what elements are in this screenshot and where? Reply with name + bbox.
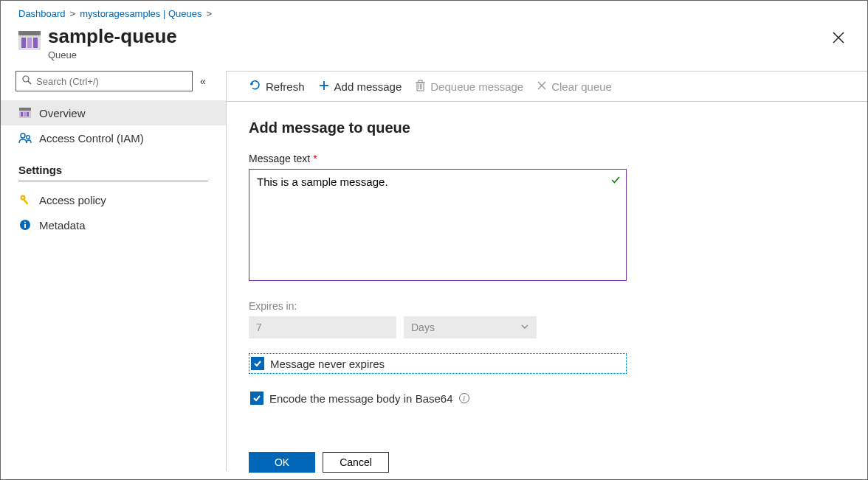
message-text-input[interactable] bbox=[249, 169, 627, 281]
select-value: Days bbox=[411, 321, 435, 333]
breadcrumb: Dashboard > mystoragesamples | Queues > bbox=[1, 1, 867, 24]
refresh-button[interactable]: Refresh bbox=[249, 79, 305, 94]
checkbox-label: Encode the message body in Base64 bbox=[269, 392, 453, 405]
svg-rect-21 bbox=[24, 224, 26, 228]
svg-point-17 bbox=[22, 197, 24, 198]
sidebar-item-label: Access policy bbox=[39, 194, 106, 206]
sidebar: « Overview Access Control (IAM) Settings… bbox=[1, 71, 226, 471]
page-title: sample-queue bbox=[48, 25, 177, 48]
button-label: Refresh bbox=[266, 80, 305, 93]
svg-point-14 bbox=[21, 133, 25, 138]
close-button[interactable] bbox=[832, 31, 845, 47]
overview-icon bbox=[18, 106, 32, 119]
sidebar-item-access-policy[interactable]: Access policy bbox=[1, 187, 226, 212]
encode-base64-checkbox[interactable] bbox=[250, 392, 264, 405]
people-icon bbox=[18, 131, 32, 145]
checkbox-label: Message never expires bbox=[270, 358, 385, 370]
form-title: Add message to queue bbox=[249, 119, 845, 136]
svg-point-15 bbox=[27, 136, 30, 139]
svg-rect-13 bbox=[27, 112, 29, 116]
cancel-button[interactable]: Cancel bbox=[323, 452, 389, 473]
svg-rect-12 bbox=[24, 112, 26, 116]
chevron-down-icon bbox=[520, 321, 529, 333]
encode-base64-row[interactable]: Encode the message body in Base64 i bbox=[249, 389, 627, 408]
search-field[interactable] bbox=[36, 76, 186, 87]
svg-rect-3 bbox=[27, 38, 32, 48]
refresh-icon bbox=[249, 79, 261, 94]
breadcrumb-dashboard[interactable]: Dashboard bbox=[18, 8, 66, 19]
close-icon bbox=[537, 80, 547, 93]
svg-point-7 bbox=[23, 76, 29, 82]
svg-rect-11 bbox=[21, 112, 23, 116]
sidebar-item-label: Overview bbox=[39, 107, 86, 119]
dequeue-button: Dequeue message bbox=[415, 80, 523, 94]
expires-value-input bbox=[249, 316, 396, 338]
collapse-sidebar-button[interactable]: « bbox=[200, 75, 206, 87]
queue-resource-icon bbox=[18, 31, 41, 50]
button-label: Dequeue message bbox=[430, 80, 523, 93]
never-expires-checkbox[interactable] bbox=[251, 357, 264, 370]
info-tooltip-icon[interactable]: i bbox=[459, 393, 469, 403]
key-icon bbox=[18, 193, 32, 206]
main-panel: Refresh Add message Dequeue message Clea… bbox=[226, 71, 867, 471]
trash-icon bbox=[415, 80, 426, 94]
expires-in-label: Expires in: bbox=[249, 300, 845, 312]
chevron-right-icon: > bbox=[70, 8, 76, 19]
sidebar-item-iam[interactable]: Access Control (IAM) bbox=[1, 125, 226, 150]
page-subtitle: Queue bbox=[48, 49, 177, 60]
clear-queue-button: Clear queue bbox=[537, 80, 612, 93]
expires-unit-select: Days bbox=[404, 316, 537, 338]
never-expires-row[interactable]: Message never expires bbox=[249, 353, 627, 374]
button-label: Clear queue bbox=[551, 80, 612, 93]
search-input[interactable] bbox=[16, 71, 193, 91]
svg-rect-0 bbox=[18, 31, 41, 35]
add-message-form: Add message to queue Message text * Expi… bbox=[227, 102, 867, 480]
svg-point-22 bbox=[24, 221, 26, 223]
section-header-settings: Settings bbox=[1, 150, 226, 181]
toolbar: Refresh Add message Dequeue message Clea… bbox=[227, 72, 867, 101]
ok-button[interactable]: OK bbox=[249, 452, 315, 473]
page-header: sample-queue Queue bbox=[1, 24, 867, 71]
svg-rect-4 bbox=[33, 38, 38, 48]
info-icon bbox=[18, 218, 32, 232]
divider bbox=[18, 181, 208, 181]
button-label: Add message bbox=[334, 80, 402, 93]
chevron-right-icon: > bbox=[206, 8, 212, 19]
svg-rect-28 bbox=[418, 80, 422, 83]
checkmark-icon bbox=[610, 175, 621, 188]
svg-rect-2 bbox=[21, 38, 26, 48]
add-message-button[interactable]: Add message bbox=[318, 80, 402, 94]
sidebar-item-overview[interactable]: Overview bbox=[1, 100, 226, 125]
search-icon bbox=[22, 74, 32, 88]
breadcrumb-storage-queues[interactable]: mystoragesamples | Queues bbox=[80, 8, 202, 19]
svg-rect-9 bbox=[19, 108, 31, 111]
sidebar-item-label: Access Control (IAM) bbox=[39, 132, 144, 145]
message-text-label: Message text * bbox=[249, 153, 845, 164]
sidebar-item-label: Metadata bbox=[39, 219, 86, 232]
required-indicator: * bbox=[313, 153, 317, 164]
svg-line-8 bbox=[28, 81, 31, 84]
plus-icon bbox=[318, 80, 330, 94]
sidebar-item-metadata[interactable]: Metadata bbox=[1, 212, 226, 237]
